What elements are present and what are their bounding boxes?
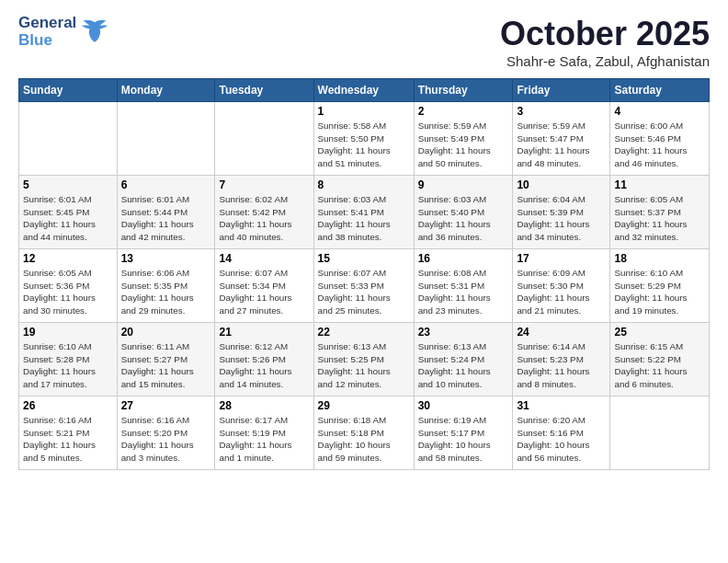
logo: General Blue [18, 15, 111, 49]
calendar-cell [19, 102, 118, 176]
weekday-header: Thursday [414, 79, 513, 102]
title-block: October 2025 Shahr-e Safa, Zabul, Afghan… [500, 15, 710, 69]
calendar-cell: 5Sunrise: 6:01 AM Sunset: 5:45 PM Daylig… [19, 176, 118, 249]
calendar-week-row: 19Sunrise: 6:10 AM Sunset: 5:28 PM Dayli… [19, 323, 710, 396]
day-detail: Sunrise: 6:05 AM Sunset: 5:37 PM Dayligh… [614, 193, 705, 244]
calendar-header-row: SundayMondayTuesdayWednesdayThursdayFrid… [19, 79, 710, 102]
day-number: 8 [318, 178, 410, 191]
calendar-cell: 8Sunrise: 6:03 AM Sunset: 5:41 PM Daylig… [313, 176, 414, 249]
calendar-table: SundayMondayTuesdayWednesdayThursdayFrid… [18, 78, 710, 470]
day-detail: Sunrise: 6:12 AM Sunset: 5:26 PM Dayligh… [219, 340, 309, 391]
day-detail: Sunrise: 6:09 AM Sunset: 5:30 PM Dayligh… [517, 267, 606, 317]
calendar-cell [610, 396, 710, 470]
day-number: 22 [318, 326, 410, 339]
day-detail: Sunrise: 6:02 AM Sunset: 5:42 PM Dayligh… [219, 193, 309, 244]
day-number: 5 [23, 178, 113, 191]
day-number: 31 [517, 399, 606, 412]
day-detail: Sunrise: 6:14 AM Sunset: 5:23 PM Dayligh… [517, 340, 606, 391]
calendar-cell: 17Sunrise: 6:09 AM Sunset: 5:30 PM Dayli… [513, 249, 610, 323]
day-detail: Sunrise: 6:07 AM Sunset: 5:33 PM Dayligh… [318, 267, 410, 317]
weekday-header: Friday [513, 79, 610, 102]
day-detail: Sunrise: 6:18 AM Sunset: 5:18 PM Dayligh… [318, 414, 410, 465]
day-detail: Sunrise: 6:01 AM Sunset: 5:44 PM Dayligh… [121, 193, 211, 244]
day-detail: Sunrise: 6:00 AM Sunset: 5:46 PM Dayligh… [614, 120, 705, 170]
day-detail: Sunrise: 6:16 AM Sunset: 5:21 PM Dayligh… [23, 414, 113, 465]
logo-blue: Blue [18, 32, 76, 50]
calendar-cell: 13Sunrise: 6:06 AM Sunset: 5:35 PM Dayli… [117, 249, 215, 323]
day-number: 13 [121, 252, 211, 265]
day-number: 4 [614, 105, 705, 118]
calendar-cell: 20Sunrise: 6:11 AM Sunset: 5:27 PM Dayli… [117, 323, 215, 396]
calendar-cell: 18Sunrise: 6:10 AM Sunset: 5:29 PM Dayli… [610, 249, 710, 323]
calendar-cell: 30Sunrise: 6:19 AM Sunset: 5:17 PM Dayli… [414, 396, 513, 470]
day-number: 20 [121, 326, 211, 339]
calendar-cell: 7Sunrise: 6:02 AM Sunset: 5:42 PM Daylig… [215, 176, 313, 249]
day-number: 21 [219, 326, 309, 339]
day-detail: Sunrise: 6:11 AM Sunset: 5:27 PM Dayligh… [121, 340, 211, 391]
calendar-week-row: 1Sunrise: 5:58 AM Sunset: 5:50 PM Daylig… [19, 102, 710, 176]
day-number: 9 [418, 178, 509, 191]
weekday-header: Wednesday [313, 79, 414, 102]
calendar-cell: 22Sunrise: 6:13 AM Sunset: 5:25 PM Dayli… [313, 323, 414, 396]
calendar-week-row: 5Sunrise: 6:01 AM Sunset: 5:45 PM Daylig… [19, 176, 710, 249]
calendar-cell: 21Sunrise: 6:12 AM Sunset: 5:26 PM Dayli… [215, 323, 313, 396]
calendar-week-row: 12Sunrise: 6:05 AM Sunset: 5:36 PM Dayli… [19, 249, 710, 323]
calendar-cell: 3Sunrise: 5:59 AM Sunset: 5:47 PM Daylig… [513, 102, 610, 176]
day-detail: Sunrise: 6:01 AM Sunset: 5:45 PM Dayligh… [23, 193, 113, 244]
day-detail: Sunrise: 6:16 AM Sunset: 5:20 PM Dayligh… [121, 414, 211, 465]
calendar-cell: 28Sunrise: 6:17 AM Sunset: 5:19 PM Dayli… [215, 396, 313, 470]
calendar-cell: 2Sunrise: 5:59 AM Sunset: 5:49 PM Daylig… [414, 102, 513, 176]
day-detail: Sunrise: 6:04 AM Sunset: 5:39 PM Dayligh… [517, 193, 606, 244]
calendar-cell: 26Sunrise: 6:16 AM Sunset: 5:21 PM Dayli… [19, 396, 118, 470]
calendar-cell: 24Sunrise: 6:14 AM Sunset: 5:23 PM Dayli… [513, 323, 610, 396]
day-number: 16 [418, 252, 509, 265]
day-number: 30 [418, 399, 509, 412]
day-number: 11 [614, 178, 705, 191]
day-detail: Sunrise: 6:10 AM Sunset: 5:29 PM Dayligh… [614, 267, 705, 317]
day-detail: Sunrise: 6:20 AM Sunset: 5:16 PM Dayligh… [517, 414, 606, 465]
day-number: 23 [418, 326, 509, 339]
day-number: 6 [121, 178, 211, 191]
calendar-cell: 23Sunrise: 6:13 AM Sunset: 5:24 PM Dayli… [414, 323, 513, 396]
calendar-cell: 10Sunrise: 6:04 AM Sunset: 5:39 PM Dayli… [513, 176, 610, 249]
day-number: 29 [318, 399, 410, 412]
day-number: 12 [23, 252, 113, 265]
day-number: 28 [219, 399, 309, 412]
page-header: General Blue October 2025 Shahr-e Safa, … [18, 15, 710, 69]
day-number: 3 [517, 105, 606, 118]
day-detail: Sunrise: 6:17 AM Sunset: 5:19 PM Dayligh… [219, 414, 309, 465]
day-detail: Sunrise: 5:59 AM Sunset: 5:49 PM Dayligh… [418, 120, 509, 170]
calendar-cell: 9Sunrise: 6:03 AM Sunset: 5:40 PM Daylig… [414, 176, 513, 249]
day-number: 7 [219, 178, 309, 191]
day-number: 24 [517, 326, 606, 339]
day-detail: Sunrise: 6:15 AM Sunset: 5:22 PM Dayligh… [614, 340, 705, 391]
day-detail: Sunrise: 6:10 AM Sunset: 5:28 PM Dayligh… [23, 340, 113, 391]
calendar-cell: 11Sunrise: 6:05 AM Sunset: 5:37 PM Dayli… [610, 176, 710, 249]
day-number: 17 [517, 252, 606, 265]
calendar-cell: 1Sunrise: 5:58 AM Sunset: 5:50 PM Daylig… [313, 102, 414, 176]
day-detail: Sunrise: 6:03 AM Sunset: 5:41 PM Dayligh… [318, 193, 410, 244]
day-detail: Sunrise: 6:13 AM Sunset: 5:25 PM Dayligh… [318, 340, 410, 391]
calendar-cell [117, 102, 215, 176]
calendar-cell: 19Sunrise: 6:10 AM Sunset: 5:28 PM Dayli… [19, 323, 118, 396]
logo-general: General [18, 15, 76, 32]
day-detail: Sunrise: 6:06 AM Sunset: 5:35 PM Dayligh… [121, 267, 211, 317]
day-number: 25 [614, 326, 705, 339]
weekday-header: Sunday [19, 79, 118, 102]
day-detail: Sunrise: 6:19 AM Sunset: 5:17 PM Dayligh… [418, 414, 509, 465]
day-detail: Sunrise: 6:03 AM Sunset: 5:40 PM Dayligh… [418, 193, 509, 244]
weekday-header: Monday [117, 79, 215, 102]
calendar-cell: 12Sunrise: 6:05 AM Sunset: 5:36 PM Dayli… [19, 249, 118, 323]
calendar-cell: 31Sunrise: 6:20 AM Sunset: 5:16 PM Dayli… [513, 396, 610, 470]
calendar-cell: 6Sunrise: 6:01 AM Sunset: 5:44 PM Daylig… [117, 176, 215, 249]
day-number: 26 [23, 399, 113, 412]
calendar-cell: 16Sunrise: 6:08 AM Sunset: 5:31 PM Dayli… [414, 249, 513, 323]
calendar-cell: 15Sunrise: 6:07 AM Sunset: 5:33 PM Dayli… [313, 249, 414, 323]
calendar-cell: 25Sunrise: 6:15 AM Sunset: 5:22 PM Dayli… [610, 323, 710, 396]
day-number: 18 [614, 252, 705, 265]
day-number: 14 [219, 252, 309, 265]
day-number: 2 [418, 105, 509, 118]
day-number: 1 [318, 105, 410, 118]
weekday-header: Tuesday [215, 79, 313, 102]
weekday-header: Saturday [610, 79, 710, 102]
